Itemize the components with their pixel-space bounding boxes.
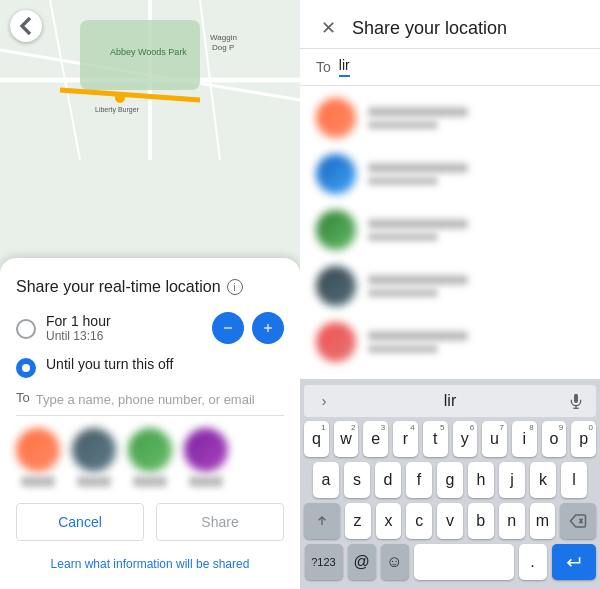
key-l[interactable]: l — [561, 462, 587, 498]
option-1-label: For 1 hour — [46, 313, 212, 329]
contact-list-item[interactable] — [300, 90, 600, 146]
svg-text:Abbey Woods Park: Abbey Woods Park — [110, 47, 187, 57]
contact-info — [368, 331, 584, 353]
hour-controls — [212, 312, 284, 344]
contact-list-item[interactable] — [300, 314, 600, 370]
contact-list-item[interactable] — [300, 202, 600, 258]
contact-name: Contact — [189, 476, 223, 487]
contact-name: Contact — [133, 476, 167, 487]
contact-info-detail — [368, 121, 438, 129]
key-j[interactable]: j — [499, 462, 525, 498]
cancel-button[interactable]: Cancel — [16, 503, 144, 541]
key-m[interactable]: m — [530, 503, 556, 539]
keyboard-suggestion[interactable]: lir — [336, 392, 564, 410]
enter-key[interactable] — [552, 544, 596, 580]
share-button[interactable]: Share — [156, 503, 284, 541]
key-d[interactable]: d — [375, 462, 401, 498]
contact-avatar — [316, 154, 356, 194]
key-c[interactable]: c — [406, 503, 432, 539]
keyboard-expand-button[interactable]: › — [312, 389, 336, 413]
to-field-label: To — [316, 59, 331, 75]
contact-name: Contact — [77, 476, 111, 487]
keyboard-mic-button[interactable] — [564, 389, 588, 413]
contacts-list — [300, 86, 600, 379]
contact-list-item[interactable] — [300, 258, 600, 314]
keyboard-row-2: a s d f g h j k l — [304, 462, 596, 498]
contact-item[interactable]: Contact — [16, 428, 60, 487]
at-key[interactable]: @ — [348, 544, 376, 580]
emoji-key[interactable]: ☺ — [381, 544, 409, 580]
contact-info — [368, 163, 584, 185]
period-key[interactable]: . — [519, 544, 547, 580]
share-location-card: Share your real-time location i For 1 ho… — [0, 258, 300, 589]
key-i[interactable]: i8 — [512, 421, 537, 457]
key-x[interactable]: x — [376, 503, 402, 539]
key-w[interactable]: w2 — [334, 421, 359, 457]
share-card-title: Share your real-time location i — [16, 278, 284, 296]
key-b[interactable]: b — [468, 503, 494, 539]
contact-suggestions: Contact Contact Contact Contact — [16, 428, 284, 487]
key-t[interactable]: t5 — [423, 421, 448, 457]
radio-1-hour[interactable] — [16, 319, 36, 339]
keyboard-row-4: ?123 @ ☺ . — [304, 544, 596, 580]
key-a[interactable]: a — [313, 462, 339, 498]
contact-info-name — [368, 107, 468, 117]
contact-item[interactable]: Contact — [128, 428, 172, 487]
to-label: To — [16, 390, 30, 405]
contact-info-detail — [368, 177, 438, 185]
contact-info-detail — [368, 345, 438, 353]
svg-point-12 — [115, 93, 125, 103]
contact-info-name — [368, 331, 468, 341]
svg-text:Liberty Burger: Liberty Burger — [95, 106, 140, 114]
key-y[interactable]: y6 — [453, 421, 478, 457]
delete-key[interactable] — [560, 503, 596, 539]
contact-info — [368, 219, 584, 241]
key-g[interactable]: g — [437, 462, 463, 498]
contact-avatar — [316, 210, 356, 250]
space-key[interactable] — [414, 544, 514, 580]
contact-name: Contact — [21, 476, 55, 487]
contact-info — [368, 107, 584, 129]
contact-info-name — [368, 163, 468, 173]
contact-info-detail — [368, 289, 438, 297]
key-f[interactable]: f — [406, 462, 432, 498]
to-field-value[interactable]: lir — [339, 57, 350, 77]
key-e[interactable]: e3 — [363, 421, 388, 457]
close-button[interactable]: ✕ — [316, 16, 340, 40]
to-field[interactable]: To lir — [300, 49, 600, 86]
to-input[interactable]: Type a name, phone number, or email — [36, 392, 255, 407]
key-s[interactable]: s — [344, 462, 370, 498]
key-r[interactable]: r4 — [393, 421, 418, 457]
shift-key[interactable] — [304, 503, 340, 539]
action-buttons: Cancel Share — [16, 503, 284, 541]
svg-text:Waggin: Waggin — [210, 33, 237, 42]
contact-item[interactable]: Contact — [72, 428, 116, 487]
contact-avatar — [16, 428, 60, 472]
key-u[interactable]: u7 — [482, 421, 507, 457]
learn-link[interactable]: Learn what information will be shared — [16, 549, 284, 579]
key-k[interactable]: k — [530, 462, 556, 498]
key-n[interactable]: n — [499, 503, 525, 539]
back-button[interactable] — [10, 10, 42, 42]
decrease-hour-button[interactable] — [212, 312, 244, 344]
radio-turn-off[interactable] — [16, 358, 36, 378]
option-1-hour[interactable]: For 1 hour Until 13:16 — [16, 312, 284, 344]
key-z[interactable]: z — [345, 503, 371, 539]
dialog-title: Share your location — [352, 18, 507, 39]
contact-list-item[interactable] — [300, 146, 600, 202]
contact-avatar — [72, 428, 116, 472]
key-o[interactable]: o9 — [542, 421, 567, 457]
key-h[interactable]: h — [468, 462, 494, 498]
contact-item[interactable]: Contact — [184, 428, 228, 487]
key-q[interactable]: q1 — [304, 421, 329, 457]
info-icon[interactable]: i — [227, 279, 243, 295]
right-panel: ✕ Share your location To lir — [300, 0, 600, 589]
key-p[interactable]: p0 — [571, 421, 596, 457]
keyboard: › lir q1 w2 e3 r4 t5 y6 u7 i8 o9 p0 — [300, 379, 600, 589]
contact-avatar — [128, 428, 172, 472]
option-turn-off[interactable]: Until you turn this off — [16, 356, 284, 378]
increase-hour-button[interactable] — [252, 312, 284, 344]
key-v[interactable]: v — [437, 503, 463, 539]
contact-avatar — [316, 322, 356, 362]
numbers-key[interactable]: ?123 — [305, 544, 343, 580]
